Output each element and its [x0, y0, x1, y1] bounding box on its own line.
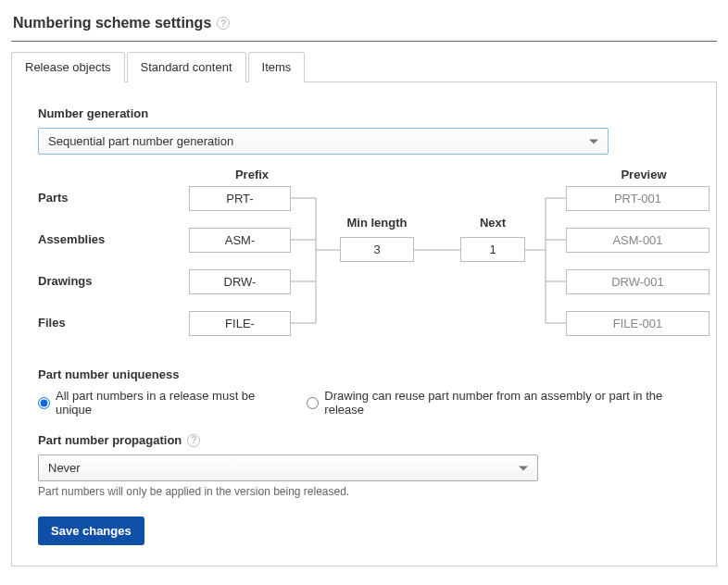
uniqueness-radio-1[interactable]	[38, 397, 50, 409]
number-generation-label: Number generation	[38, 106, 690, 120]
tab-label: Release objects	[25, 60, 111, 74]
chevron-down-icon	[589, 139, 598, 143]
col-minlen: Min length	[340, 216, 414, 230]
tab-items[interactable]: Items	[248, 52, 306, 82]
row-assemblies-label: Assemblies	[38, 232, 105, 246]
preview-value: FILE-001	[613, 317, 662, 330]
col-preview: Preview	[597, 168, 690, 181]
col-prefix: Prefix	[210, 168, 294, 181]
prefix-files-input[interactable]: FILE-	[189, 311, 291, 336]
select-value: Sequential part number generation	[48, 134, 233, 148]
tab-label: Standard content	[141, 60, 232, 74]
save-button[interactable]: Save changes	[38, 517, 144, 545]
preview-drawings: DRW-001	[566, 269, 709, 294]
propagation-helper: Part numbers will only be applied in the…	[38, 485, 538, 498]
page-title-text: Numbering scheme settings	[13, 15, 211, 31]
uniqueness-radio-2[interactable]	[307, 397, 319, 409]
tabs: Release objects Standard content Items	[11, 51, 717, 82]
prefix-layout: Prefix Min length Next Preview Parts Ass…	[38, 168, 690, 353]
min-length-input[interactable]: 3	[340, 237, 414, 262]
propagation-select[interactable]: Never	[38, 454, 538, 481]
preview-value: ASM-001	[612, 233, 662, 247]
uniqueness-opt2[interactable]: Drawing can reuse part number from an as…	[307, 389, 690, 417]
prefix-assemblies-input[interactable]: ASM-	[189, 228, 291, 253]
input-value: 1	[489, 243, 496, 256]
tab-standard-content[interactable]: Standard content	[127, 52, 246, 82]
uniqueness-radio-group: All part numbers in a release must be un…	[38, 389, 690, 417]
radio-label: Drawing can reuse part number from an as…	[324, 389, 690, 417]
number-generation-select[interactable]: Sequential part number generation	[38, 128, 609, 155]
button-label: Save changes	[51, 524, 132, 538]
preview-assemblies: ASM-001	[566, 228, 709, 253]
input-value: DRW-	[224, 275, 257, 289]
preview-files: FILE-001	[566, 311, 709, 336]
preview-value: DRW-001	[611, 275, 664, 289]
page-title: Numbering scheme settings ?	[11, 9, 717, 42]
preview-parts: PRT-001	[566, 186, 709, 211]
row-parts-label: Parts	[38, 191, 69, 205]
input-value: FILE-	[225, 317, 255, 330]
chevron-down-icon	[519, 466, 528, 470]
row-drawings-label: Drawings	[38, 274, 93, 288]
preview-value: PRT-001	[614, 192, 661, 205]
uniqueness-opt1[interactable]: All part numbers in a release must be un…	[38, 389, 284, 417]
input-value: ASM-	[225, 233, 256, 247]
help-icon[interactable]: ?	[187, 434, 200, 447]
prefix-drawings-input[interactable]: DRW-	[189, 269, 291, 294]
next-input[interactable]: 1	[460, 237, 525, 262]
select-value: Never	[48, 461, 81, 475]
row-files-label: Files	[38, 316, 66, 330]
propagation-label-text: Part number propagation	[38, 433, 182, 447]
tab-release-objects[interactable]: Release objects	[11, 52, 125, 82]
tab-label: Items	[262, 60, 292, 74]
uniqueness-label: Part number uniqueness	[38, 367, 690, 381]
propagation-section: Part number propagation ? Never Part num…	[38, 433, 538, 498]
panel-release-objects: Number generation Sequential part number…	[11, 82, 717, 566]
col-next: Next	[460, 216, 525, 230]
propagation-label: Part number propagation ?	[38, 433, 538, 447]
input-value: 3	[373, 243, 380, 256]
input-value: PRT-	[226, 192, 253, 205]
radio-label: All part numbers in a release must be un…	[56, 389, 284, 417]
prefix-parts-input[interactable]: PRT-	[189, 186, 291, 211]
help-icon[interactable]: ?	[217, 17, 230, 30]
uniqueness-section: Part number uniqueness All part numbers …	[38, 367, 690, 417]
